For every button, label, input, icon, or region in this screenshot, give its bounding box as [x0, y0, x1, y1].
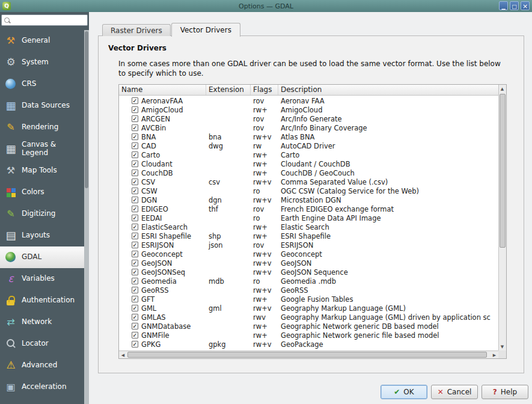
driver-enabled-checkbox[interactable]: ✓: [132, 323, 138, 329]
sidebar-item-acceleration[interactable]: Acceleration: [0, 376, 84, 398]
table-row[interactable]: ✓ ESRI Shapefile shp rw+ ESRI Shapefile: [119, 231, 498, 240]
column-header-flags[interactable]: Flags: [251, 85, 278, 95]
sidebar-scrollbar[interactable]: [84, 30, 89, 404]
table-row[interactable]: ✓ Geomedia mdb ro Geomedia .mdb: [119, 277, 498, 286]
table-row[interactable]: ✓ AeronavFAA rov Aeronav FAA: [119, 96, 498, 105]
table-row[interactable]: ✓ GeoRSS rw+v GeoRSS: [119, 286, 498, 295]
table-row[interactable]: ✓ GML gml rw+v Geography Markup Language…: [119, 304, 498, 313]
sidebar-item-system[interactable]: System: [0, 52, 84, 73]
sidebar-item-general[interactable]: General: [0, 30, 84, 52]
table-row[interactable]: ✓ GMLAS rwv Geography Markup Language (G…: [119, 313, 498, 322]
driver-enabled-checkbox[interactable]: ✓: [132, 305, 138, 311]
sidebar-item-locator[interactable]: Locator: [0, 333, 84, 355]
table-row[interactable]: ✓ CSW ro OGC CSW (Catalog Service for th…: [119, 186, 498, 195]
horizontal-scrollbar[interactable]: ◀ ▶: [119, 350, 498, 358]
sidebar-item-authentication[interactable]: Authentication: [0, 290, 84, 311]
help-button-label: Help: [501, 388, 517, 396]
tab-raster-drivers[interactable]: Raster Drivers: [102, 24, 171, 36]
driver-enabled-checkbox[interactable]: ✓: [132, 224, 138, 230]
driver-enabled-checkbox[interactable]: ✓: [132, 341, 138, 347]
table-row[interactable]: ✓ EDIGEO thf rov French EDIGEO exchange …: [119, 204, 498, 213]
driver-description: OGC CSW (Catalog Service for the Web): [278, 187, 498, 195]
table-row[interactable]: ✓ CSV csv rw+v Comma Separated Value (.c…: [119, 177, 498, 186]
sidebar-item-canvas-legend[interactable]: Canvas & Legend: [0, 138, 84, 160]
driver-enabled-checkbox[interactable]: ✓: [132, 97, 138, 104]
driver-enabled-checkbox[interactable]: ✓: [132, 152, 138, 158]
driver-enabled-checkbox[interactable]: ✓: [132, 124, 138, 131]
sidebar-item-colors[interactable]: Colors: [0, 182, 84, 203]
table-row[interactable]: ✓ GeoJSON rw+v GeoJSON: [119, 259, 498, 268]
driver-enabled-checkbox[interactable]: ✓: [132, 332, 138, 338]
table-row[interactable]: ✓ GFT rw+ Google Fusion Tables: [119, 295, 498, 304]
table-row[interactable]: ✓ ARCGEN rov Arc/Info Generate: [119, 114, 498, 123]
sidebar-item-variables[interactable]: Variables: [0, 268, 84, 290]
driver-enabled-checkbox[interactable]: ✓: [132, 115, 138, 122]
maximize-button[interactable]: [510, 1, 519, 10]
driver-enabled-checkbox[interactable]: ✓: [132, 206, 138, 212]
sidebar-item-advanced[interactable]: Advanced: [0, 355, 84, 376]
driver-enabled-checkbox[interactable]: ✓: [132, 269, 138, 275]
driver-enabled-checkbox[interactable]: ✓: [132, 251, 138, 257]
sidebar-item-data-sources[interactable]: Data Sources: [0, 95, 84, 117]
sidebar-item-rendering[interactable]: Rendering: [0, 117, 84, 138]
sidebar-item-gdal[interactable]: GDAL: [0, 246, 84, 268]
cancel-button[interactable]: ✕ Cancel: [431, 385, 478, 399]
table-row[interactable]: ✓ AVCBin rov Arc/Info Binary Coverage: [119, 123, 498, 132]
driver-enabled-checkbox[interactable]: ✓: [132, 278, 138, 284]
driver-enabled-checkbox[interactable]: ✓: [132, 188, 138, 194]
table-row[interactable]: ✓ AmigoCloud rw+ AmigoCloud: [119, 105, 498, 114]
table-row[interactable]: ✓ Geoconcept rw+v Geoconcept: [119, 249, 498, 259]
driver-name: GNMFile: [141, 331, 170, 340]
driver-enabled-checkbox[interactable]: ✓: [132, 170, 138, 176]
scroll-right-button[interactable]: ▶: [491, 351, 498, 359]
driver-enabled-checkbox[interactable]: ✓: [132, 242, 138, 248]
table-row[interactable]: ✓ GNMDatabase rw+ Geographic Network gen…: [119, 322, 498, 331]
column-header-extension[interactable]: Extension: [206, 85, 251, 95]
vertical-scrollbar[interactable]: ▲ ▼: [498, 85, 506, 350]
scroll-up-button[interactable]: ▲: [498, 85, 506, 93]
table-row[interactable]: ✓ Carto rw+ Carto: [119, 150, 498, 159]
horizontal-scrollbar-handle[interactable]: [127, 352, 487, 358]
minimize-button[interactable]: [499, 1, 508, 10]
driver-enabled-checkbox[interactable]: ✓: [132, 106, 138, 113]
driver-enabled-checkbox[interactable]: ✓: [132, 197, 138, 203]
sidebar-item-crs[interactable]: CRS: [0, 73, 84, 95]
table-row[interactable]: ✓ GeoJSONSeq rw+v GeoJSON Sequence: [119, 268, 498, 277]
table-row[interactable]: ✓ GNMFile rw+ Geographic Network generic…: [119, 331, 498, 340]
table-row[interactable]: ✓ Cloudant rw+ Cloudant / CouchDB: [119, 159, 498, 168]
driver-enabled-checkbox[interactable]: ✓: [132, 314, 138, 320]
driver-enabled-checkbox[interactable]: ✓: [132, 260, 138, 266]
table-row[interactable]: ✓ EEDAI ro Earth Engine Data API Image: [119, 213, 498, 222]
table-row[interactable]: ✓ BNA bna rw+v Atlas BNA: [119, 132, 498, 141]
help-button[interactable]: ? Help: [482, 385, 528, 399]
driver-enabled-checkbox[interactable]: ✓: [132, 287, 138, 293]
sidebar-item-digitizing[interactable]: Digitizing: [0, 203, 84, 225]
sidebar-item-network[interactable]: Network: [0, 311, 84, 333]
driver-enabled-checkbox[interactable]: ✓: [132, 161, 138, 167]
ok-button[interactable]: ✔ OK: [381, 385, 427, 399]
table-row[interactable]: ✓ ESRIJSON json rov ESRIJSON: [119, 240, 498, 249]
vertical-scrollbar-handle[interactable]: [500, 94, 506, 248]
scroll-down-button[interactable]: ▼: [498, 343, 506, 350]
driver-enabled-checkbox[interactable]: ✓: [132, 215, 138, 221]
driver-enabled-checkbox[interactable]: ✓: [132, 142, 138, 149]
table-row[interactable]: ✓ CouchDB rw+ CouchDB / GeoCouch: [119, 168, 498, 177]
search-input[interactable]: [13, 16, 87, 24]
sidebar-item-layouts[interactable]: Layouts: [0, 225, 84, 246]
table-row[interactable]: ✓ ElasticSearch rw+ Elastic Search: [119, 222, 498, 231]
scroll-left-button[interactable]: ◀: [119, 351, 127, 359]
driver-enabled-checkbox[interactable]: ✓: [132, 233, 138, 239]
tab-vector-drivers[interactable]: Vector Drivers: [171, 23, 240, 37]
driver-enabled-checkbox[interactable]: ✓: [132, 179, 138, 185]
driver-enabled-checkbox[interactable]: ✓: [132, 296, 138, 302]
driver-flags: rw+v: [251, 133, 278, 141]
table-row[interactable]: ✓ GPKG gpkg rw+v GeoPackage: [119, 340, 498, 349]
driver-enabled-checkbox[interactable]: ✓: [132, 133, 138, 140]
sidebar-scrollbar-handle[interactable]: [85, 31, 88, 188]
table-row[interactable]: ✓ CAD dwg rw AutoCAD Driver: [119, 141, 498, 150]
close-button[interactable]: [521, 1, 530, 10]
sidebar-item-map-tools[interactable]: Map Tools: [0, 160, 84, 182]
table-row[interactable]: ✓ DGN dgn rw+v Microstation DGN: [119, 195, 498, 204]
column-header-name[interactable]: Name: [119, 85, 206, 95]
column-header-description[interactable]: Description: [278, 85, 498, 95]
